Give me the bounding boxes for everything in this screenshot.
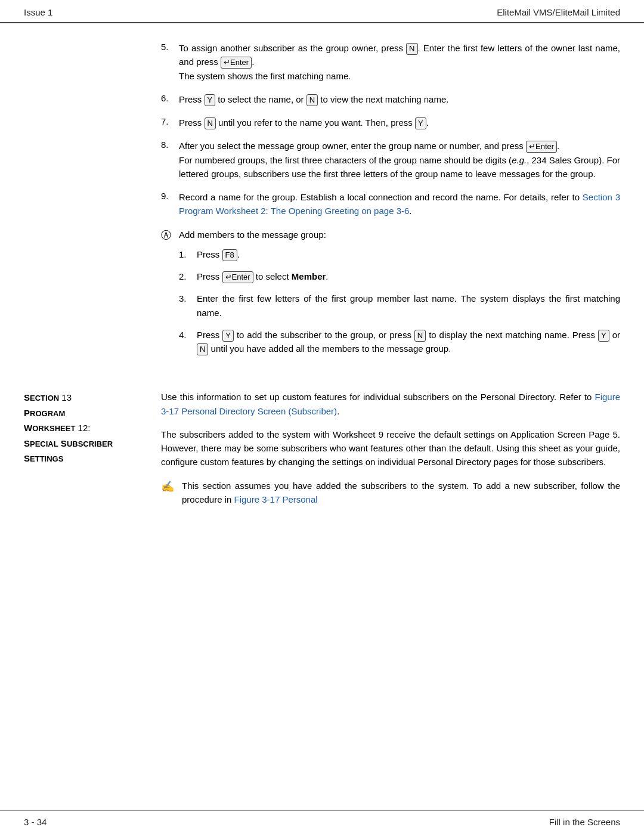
- key-enter-2: ↵Enter: [526, 141, 557, 153]
- item-5-num: 5.: [161, 41, 179, 83]
- sub-4-content: Press Y to add the subscriber to the gro…: [197, 328, 620, 356]
- key-y-4: Y: [598, 330, 609, 342]
- item-8-content: After you select the message group owner…: [179, 139, 620, 181]
- key-f8: F8: [222, 249, 237, 261]
- item-9-content: Record a name for the group. Establish a…: [179, 190, 620, 218]
- sub-item-1: 1. Press F8.: [179, 247, 620, 261]
- sub-item-3: 3. Enter the first few letters of the fi…: [179, 292, 620, 320]
- worksheet-label: WORKSHEET: [24, 423, 75, 433]
- item-8-num: 8.: [161, 139, 179, 181]
- section-number: 13: [61, 392, 72, 402]
- left-spacer: [24, 41, 161, 373]
- circle-item: Ⓐ Add members to the message group: 1. P…: [161, 228, 620, 364]
- circle-content: Add members to the message group: 1. Pre…: [179, 228, 620, 364]
- item-5: 5. To assign another subscriber as the g…: [161, 41, 620, 83]
- main-content: 5. To assign another subscriber as the g…: [0, 23, 644, 556]
- key-enter-3: ↵Enter: [222, 271, 253, 283]
- page-footer: 3 - 34 Fill in the Screens: [0, 810, 644, 833]
- sub-1-content: Press F8.: [197, 247, 620, 261]
- sub-list: 1. Press F8. 2. Press ↵Enter to select M…: [179, 247, 620, 356]
- item-7-num: 7.: [161, 116, 179, 129]
- header-title: EliteMail VMS/EliteMail Limited: [497, 7, 620, 17]
- section13-row: SECTION 13 PROGRAM WORKSHEET 12: SPECIAL…: [24, 390, 620, 510]
- section-heading-text: SECTION 13 PROGRAM WORKSHEET 12: SPECIAL…: [24, 390, 149, 466]
- sub-4-num: 4.: [179, 328, 197, 356]
- item-5-content: To assign another subscriber as the grou…: [179, 41, 620, 83]
- header-issue: Issue 1: [24, 7, 52, 17]
- key-y-2: Y: [415, 117, 426, 129]
- numbered-list: 5. To assign another subscriber as the g…: [161, 41, 620, 373]
- section-label: SECTION: [24, 392, 59, 402]
- items-5-to-9: 5. To assign another subscriber as the g…: [24, 41, 620, 373]
- item-7-content: Press N until you refer to the name you …: [179, 116, 620, 129]
- sub-1-num: 1.: [179, 247, 197, 261]
- worksheet-number: 12:: [78, 423, 91, 433]
- key-n-5: N: [197, 343, 208, 355]
- item-7: 7. Press N until you refer to the name y…: [161, 116, 620, 129]
- sub-3-num: 3.: [179, 292, 197, 320]
- item-9: 9. Record a name for the group. Establis…: [161, 190, 620, 218]
- footer-page: 3 - 34: [24, 817, 47, 827]
- key-y-1: Y: [205, 94, 216, 106]
- key-n-2: N: [306, 94, 318, 106]
- settings-label: SETTINGS: [24, 453, 63, 463]
- special-label: SPECIAL SUBSCRIBER: [24, 438, 113, 448]
- sub-item-2: 2. Press ↵Enter to select Member.: [179, 270, 620, 283]
- item-6-content: Press Y to select the name, or N to view…: [179, 92, 620, 106]
- key-n-4: N: [414, 330, 426, 342]
- link-section3[interactable]: Section 3 Program Worksheet 2: The Openi…: [179, 192, 620, 216]
- section13-para1: Use this information to set up custom fe…: [161, 390, 620, 418]
- item-6-num: 6.: [161, 92, 179, 106]
- sub-2-content: Press ↵Enter to select Member.: [197, 270, 620, 283]
- key-n-3: N: [205, 117, 216, 129]
- note-content: This section assumes you have added the …: [182, 479, 620, 507]
- note-icon: ✍: [161, 479, 182, 507]
- sub-3-content: Enter the first few letters of the first…: [197, 292, 620, 320]
- key-n: N: [406, 43, 417, 55]
- link-figure317-note[interactable]: Figure 3-17 Personal: [234, 494, 318, 504]
- section13-content: Use this information to set up custom fe…: [161, 390, 620, 510]
- section13-heading: SECTION 13 PROGRAM WORKSHEET 12: SPECIAL…: [24, 390, 161, 510]
- item-6: 6. Press Y to select the name, or N to v…: [161, 92, 620, 106]
- note-item: ✍ This section assumes you have added th…: [161, 479, 620, 507]
- page-header: Issue 1 EliteMail VMS/EliteMail Limited: [0, 0, 644, 23]
- sub-2-num: 2.: [179, 270, 197, 283]
- footer-section: Fill in the Screens: [549, 817, 620, 827]
- item-8: 8. After you select the message group ow…: [161, 139, 620, 181]
- section13-para2: The subscribers added to the system with…: [161, 428, 620, 469]
- item-9-num: 9.: [161, 190, 179, 218]
- circle-bullet: Ⓐ: [161, 228, 179, 364]
- sub-item-4: 4. Press Y to add the subscriber to the …: [179, 328, 620, 356]
- key-enter-1: ↵Enter: [221, 57, 252, 69]
- link-figure317[interactable]: Figure 3-17 Personal Directory Screen (S…: [161, 392, 620, 416]
- program-label: PROGRAM: [24, 408, 65, 418]
- key-y-3: Y: [222, 330, 234, 342]
